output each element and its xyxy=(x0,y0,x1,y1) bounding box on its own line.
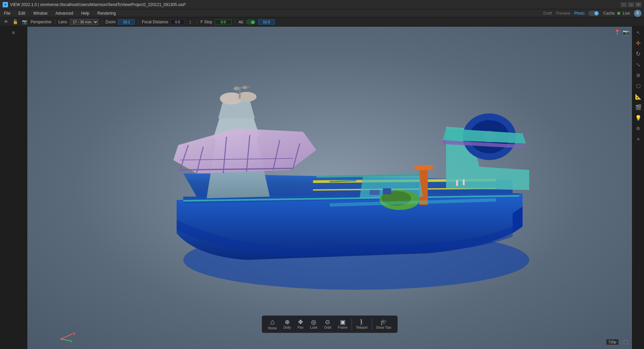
show-tips-label: Show Tips xyxy=(376,326,391,329)
menu-bar: File Edit Window Advanced Help Rendering… xyxy=(0,9,644,17)
orbit-label: Orbit xyxy=(324,326,331,329)
svg-rect-20 xyxy=(456,180,458,186)
pan-icon: ✥ xyxy=(298,319,303,325)
svg-text:X: X xyxy=(73,332,75,336)
look-label: Look xyxy=(310,326,317,329)
separator-2 xyxy=(102,19,102,25)
focal-input[interactable] xyxy=(171,19,184,25)
home-button[interactable]: ⌂ Home xyxy=(265,317,280,331)
fstop-label: F Stop xyxy=(201,20,212,24)
home-label: Home xyxy=(268,326,277,330)
rotate-tool[interactable]: ↻ xyxy=(634,49,643,59)
look-button[interactable]: ◎ Look xyxy=(307,318,321,331)
menu-edit[interactable]: Edit xyxy=(17,10,27,16)
close-button[interactable]: ✕ xyxy=(635,2,641,7)
layers-tool[interactable]: ⊞ xyxy=(634,71,643,80)
cache-live-status: Cache Live xyxy=(603,11,630,16)
ae-label: AE xyxy=(239,20,243,24)
maximize-button[interactable]: □ xyxy=(628,2,634,7)
location-icon[interactable]: 📍 xyxy=(614,29,621,36)
menu-help[interactable]: Help xyxy=(80,10,91,16)
live-label: Live xyxy=(623,11,630,16)
ae-input[interactable] xyxy=(258,19,275,25)
menu-file[interactable]: File xyxy=(3,10,12,16)
nav-separator xyxy=(352,318,352,330)
svg-text:Y: Y xyxy=(70,340,72,342)
toolbar: 👁 🔓 📷 Perspective Lens 17 - 35 mm 50 mm … xyxy=(0,17,644,27)
camera-icon[interactable]: 📷 xyxy=(21,19,28,25)
focal-label: Focal Distance xyxy=(142,20,168,24)
cursor-tool[interactable]: ↖ xyxy=(634,28,643,37)
zoom-input[interactable] xyxy=(118,19,135,25)
fstop-input[interactable] xyxy=(215,19,232,25)
film-tool[interactable]: 🎬 xyxy=(634,102,643,112)
app-icon: V xyxy=(3,2,8,7)
separator-4 xyxy=(197,19,197,25)
svg-rect-17 xyxy=(414,165,433,170)
preview-mode[interactable]: Preview xyxy=(556,11,570,16)
orbit-button[interactable]: ⊙ Orbit xyxy=(321,318,335,331)
render-toggle-dot xyxy=(594,11,598,15)
lens-select[interactable]: 17 - 35 mm 50 mm 85 mm xyxy=(70,19,98,25)
photo-mode[interactable]: Photo xyxy=(574,11,584,16)
menu-window[interactable]: Window xyxy=(32,10,49,16)
viewport-resolution[interactable]: 720p xyxy=(606,339,619,345)
menu-left: File Edit Window Advanced Help Rendering xyxy=(3,10,117,16)
user-avatar[interactable]: B xyxy=(634,10,641,17)
ae-toggle-dot xyxy=(251,21,254,24)
fullscreen-button[interactable]: ⛶ xyxy=(623,340,628,345)
axes-svg: X Y xyxy=(57,329,77,342)
viewport-options-icon[interactable]: ⊞ xyxy=(9,28,18,37)
cache-status-dot xyxy=(617,12,620,15)
perspective-label: Perspective xyxy=(31,20,52,24)
svg-line-25 xyxy=(61,339,70,341)
eye-icon[interactable]: 👁 xyxy=(3,19,9,25)
ae-toggle[interactable] xyxy=(246,20,255,24)
minimize-button[interactable]: − xyxy=(621,2,627,7)
viewport-top-right-icons: 📍 📷 xyxy=(614,29,629,36)
zoom-label: Zoom xyxy=(105,20,116,24)
lock-icon[interactable]: 🔓 xyxy=(12,19,19,25)
dolly-button[interactable]: ⊕ Dolly xyxy=(280,318,294,331)
render-toggle[interactable] xyxy=(588,11,599,16)
frame-icon: ▣ xyxy=(340,319,346,325)
light-tool[interactable]: 💡 xyxy=(634,113,643,122)
navigation-toolbar: ⌂ Home ⊕ Dolly ✥ Pan ◎ Look ⊙ Orbit ▣ Fr… xyxy=(262,315,398,333)
pan-button[interactable]: ✥ Pan xyxy=(294,318,307,331)
orbit-icon: ⊙ xyxy=(325,319,330,325)
home-icon: ⌂ xyxy=(270,318,274,326)
right-sidebar: ↖ ✛ ↻ ⤡ ⊞ ⬡ 📐 🎬 💡 ⚙ ≡ xyxy=(632,27,644,349)
menu-advanced[interactable]: Advanced xyxy=(54,10,75,16)
dolly-icon: ⊕ xyxy=(285,319,290,325)
separator-1 xyxy=(55,19,55,25)
frame-button[interactable]: ▣ Frame xyxy=(335,318,351,331)
settings-tool[interactable]: ⚙ xyxy=(634,124,643,133)
teleport-button[interactable]: 🚶 Teleport xyxy=(353,318,371,331)
main-layout: ⊞ xyxy=(0,27,644,349)
svg-line-24 xyxy=(61,334,72,339)
cache-label: Cache xyxy=(603,11,615,16)
paint-tool[interactable]: ⬡ xyxy=(634,81,643,90)
draft-mode[interactable]: Draft xyxy=(543,11,552,16)
axes-indicator: X Y xyxy=(57,329,77,343)
scale-tool[interactable]: ⤡ xyxy=(634,60,643,69)
separator-5 xyxy=(235,19,235,25)
dolly-label: Dolly xyxy=(283,326,291,329)
move-tool[interactable]: ✛ xyxy=(634,39,643,48)
pan-label: Pan xyxy=(298,326,304,329)
properties-tool[interactable]: ≡ xyxy=(634,134,643,144)
show-tips-button[interactable]: 🎓 Show Tips xyxy=(373,318,395,331)
viewport[interactable]: 📍 📷 X Y ⌂ Home ⊕ Dolly ✥ Pan xyxy=(27,27,632,349)
title-bar: V VIEW 2022.1.0 | omniverse://localhost/… xyxy=(0,0,644,9)
svg-point-11 xyxy=(234,87,239,90)
look-icon: ◎ xyxy=(311,319,316,325)
frame-label: Frame xyxy=(338,326,348,329)
camera-snap-icon[interactable]: 📷 xyxy=(623,29,629,36)
focal-arrows-icon[interactable]: ↕ xyxy=(187,19,194,25)
svg-rect-22 xyxy=(370,190,380,195)
svg-rect-21 xyxy=(463,179,465,185)
measure-tool[interactable]: 📐 xyxy=(634,92,643,101)
menu-right: Draft Preview Photo Cache Live B xyxy=(543,10,641,17)
title-bar-left: V VIEW 2022.1.0 | omniverse://localhost/… xyxy=(3,2,186,7)
menu-rendering[interactable]: Rendering xyxy=(96,10,117,16)
